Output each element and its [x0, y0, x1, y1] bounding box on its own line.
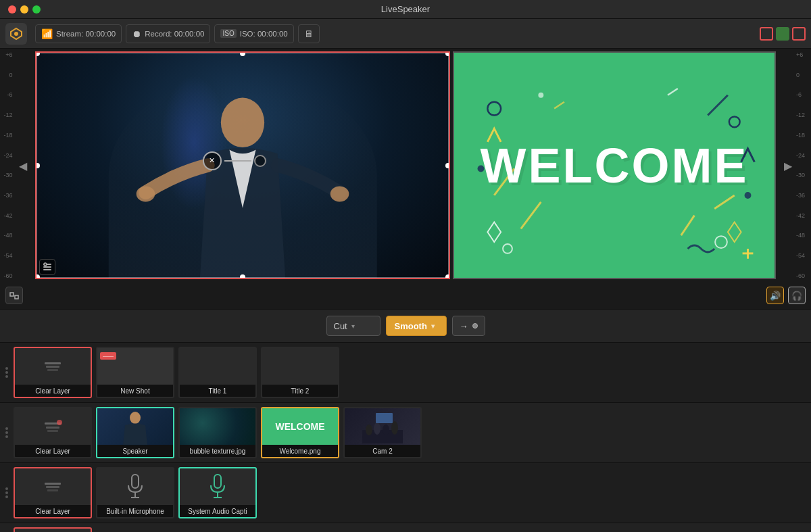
crop-handle-ml[interactable]: [35, 163, 40, 168]
go-button[interactable]: →: [452, 316, 485, 336]
thumb-inner: [15, 408, 91, 445]
right-arrow[interactable]: ▶: [784, 159, 792, 172]
red-button-1[interactable]: [760, 27, 773, 41]
record-indicator[interactable]: ⏺ Record: 00:00:00: [126, 24, 210, 43]
thumb-inner: [15, 348, 91, 385]
row-handle-2[interactable]: [4, 407, 9, 458]
svg-point-15: [729, 116, 740, 127]
cut-selector[interactable]: Cut ▾: [326, 316, 380, 336]
crop-dot[interactable]: [254, 155, 266, 167]
crop-center-control[interactable]: ✕: [203, 151, 266, 170]
svg-line-12: [714, 195, 735, 209]
svg-point-14: [487, 102, 501, 116]
go-dot: [472, 323, 478, 329]
layers-icon: [45, 362, 61, 371]
shot-title-2[interactable]: Title 2: [261, 347, 339, 398]
svg-rect-27: [10, 293, 14, 296]
welcome-preview: WELCOME: [453, 51, 776, 279]
svg-point-20: [538, 93, 543, 98]
window-controls[interactable]: [8, 5, 41, 14]
vu-meter-right: +6 0 -6 -12 -18 -24 -30 -36 -42 -48 -54 …: [795, 49, 811, 282]
logo-icon: [9, 27, 23, 41]
welcome-mini: WELCOME: [262, 408, 338, 445]
iso-indicator[interactable]: ISO ISO: 00:00:00: [214, 24, 293, 43]
svg-point-33: [383, 425, 389, 435]
thumb-inner: [180, 348, 255, 385]
headphone-button[interactable]: 🎧: [788, 287, 806, 304]
svg-rect-36: [132, 475, 139, 488]
shot-new-shot[interactable]: —— New Shot: [96, 347, 174, 398]
preview-settings-button[interactable]: [39, 259, 55, 275]
new-shot-badge: ——: [100, 352, 116, 360]
crop-handle-tl[interactable]: [35, 51, 40, 56]
record-time: Record: 00:00:00: [145, 30, 204, 38]
row-handle-4[interactable]: [4, 527, 9, 532]
display-indicator[interactable]: 🖥: [298, 24, 320, 43]
shot-label: Cam 2: [345, 445, 420, 457]
stream-indicator[interactable]: 📶 Stream: 00:00:00: [35, 24, 122, 43]
row-handle-3[interactable]: [4, 467, 9, 518]
welcome-title: WELCOME: [481, 138, 749, 193]
crop-handle-mr[interactable]: [445, 163, 450, 168]
svg-point-8: [44, 263, 47, 266]
settings-icon: [43, 262, 52, 272]
toolbar: 📶 Stream: 00:00:00 ⏺ Record: 00:00:00 IS…: [0, 19, 811, 49]
preview-area: +6 0 -6 -12 -18 -24 -30 -36 -42 -48 -54 …: [0, 49, 811, 282]
shot-speaker[interactable]: Speaker: [96, 407, 174, 458]
crop-x-button[interactable]: ✕: [203, 151, 222, 170]
crop-handle-bc[interactable]: [240, 274, 245, 279]
shot-clear-layer-3[interactable]: Clear Layer: [14, 467, 92, 518]
svg-rect-6: [43, 266, 51, 268]
svg-marker-22: [728, 222, 741, 242]
shot-builtin-mic[interactable]: Built-in Microphone: [96, 467, 174, 518]
shot-clear-layer-1[interactable]: Clear Layer: [14, 347, 92, 398]
layers-icon-3: [45, 483, 61, 491]
maximize-button[interactable]: [32, 5, 41, 14]
thumb-inner: [15, 468, 91, 505]
crop-handle-br[interactable]: [445, 274, 450, 279]
shot-title-1[interactable]: Title 1: [178, 347, 257, 398]
display-icon: 🖥: [304, 28, 314, 39]
smooth-label: Smooth: [395, 321, 427, 331]
svg-point-16: [503, 244, 512, 253]
crop-handle-tr[interactable]: [445, 51, 450, 56]
green-button[interactable]: [776, 27, 789, 41]
crop-handle-bl[interactable]: [35, 274, 40, 279]
shot-cam2[interactable]: Cam 2: [343, 407, 422, 458]
mic-container: [97, 468, 173, 505]
crop-overlay: ✕: [36, 53, 449, 278]
left-arrow[interactable]: ◀: [19, 159, 27, 172]
svg-point-34: [391, 421, 398, 435]
minimize-button[interactable]: [20, 5, 28, 14]
cut-label: Cut: [334, 321, 347, 331]
shot-label: Title 2: [262, 385, 338, 397]
bottom-icons-bar: 🔊 🎧: [0, 282, 811, 309]
cut-arrow-icon: ▾: [351, 322, 355, 330]
close-button[interactable]: [8, 5, 16, 14]
preview-panels: ✕: [16, 49, 795, 282]
smooth-button[interactable]: Smooth ▾: [386, 316, 447, 336]
shot-label: Clear Layer: [15, 385, 91, 397]
preview-icon-button[interactable]: [5, 287, 23, 304]
shot-clear-layer-2[interactable]: Clear Layer: [14, 407, 92, 458]
row-handle-1[interactable]: [4, 347, 9, 398]
svg-point-32: [374, 422, 380, 435]
shot-label: Clear Layer: [15, 505, 91, 517]
iso-time: ISO: 00:00:00: [240, 30, 288, 38]
crop-handle-tc[interactable]: [240, 51, 245, 56]
svg-rect-35: [376, 413, 393, 423]
red-button-2[interactable]: [792, 27, 806, 41]
go-arrow-icon: →: [460, 321, 468, 331]
app-logo[interactable]: [5, 23, 27, 45]
shot-label: New Shot: [97, 385, 173, 397]
shot-bubble-texture[interactable]: bubble texturre.jpg: [178, 407, 257, 458]
shot-row-3: Clear Layer Built-in Microphone: [0, 463, 811, 523]
svg-rect-28: [15, 295, 18, 299]
shot-system-audio[interactable]: System Audio Capti: [178, 467, 257, 518]
shot-clear-layer-4[interactable]: [14, 527, 92, 532]
bubble-bg: [180, 408, 255, 445]
record-icon: ⏺: [132, 28, 141, 39]
shot-welcome-png[interactable]: WELCOME Welcome.png: [261, 407, 339, 458]
audio-monitor-button[interactable]: 🔊: [766, 287, 784, 304]
thumb-inner: [97, 468, 173, 505]
